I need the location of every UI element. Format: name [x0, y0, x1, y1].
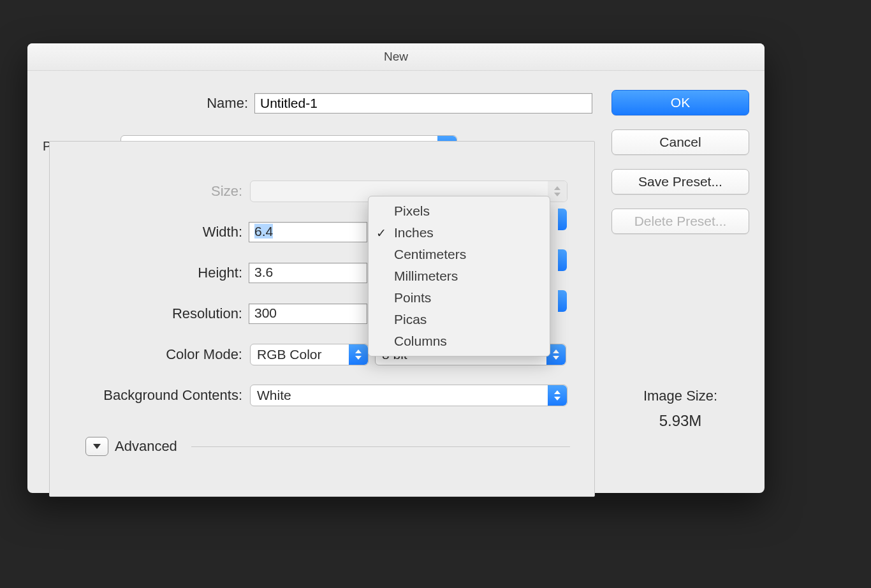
image-size-value: 5.93M	[611, 412, 749, 430]
stepper-icon	[548, 181, 567, 202]
check-icon: ✓	[376, 226, 386, 240]
delete-preset-button: Delete Preset...	[611, 209, 749, 234]
advanced-disclosure-button[interactable]	[85, 437, 108, 456]
menu-item-inches[interactable]: ✓ Inches	[369, 222, 550, 244]
width-units-stepper-icon[interactable]	[558, 209, 567, 230]
background-contents-label: Background Contents:	[50, 387, 249, 404]
color-mode-label: Color Mode:	[50, 346, 249, 363]
width-units-menu: Pixels ✓ Inches Centimeters Millimeters …	[368, 196, 550, 356]
save-preset-button[interactable]: Save Preset...	[611, 169, 749, 195]
menu-item-points[interactable]: Points	[369, 287, 550, 309]
resolution-input[interactable]: 300	[249, 304, 367, 324]
dialog-title: New	[27, 43, 765, 71]
advanced-divider	[191, 446, 570, 447]
height-units-stepper-icon[interactable]	[558, 249, 567, 271]
cancel-button[interactable]: Cancel	[611, 129, 749, 155]
resolution-label: Resolution:	[50, 305, 249, 322]
menu-item-columns[interactable]: Columns	[369, 330, 550, 352]
image-size-display: Image Size: 5.93M	[611, 388, 749, 430]
height-label: Height:	[50, 265, 249, 281]
height-input[interactable]: 3.6	[249, 263, 367, 283]
image-size-label: Image Size:	[611, 388, 749, 404]
menu-item-centimeters[interactable]: Centimeters	[369, 244, 550, 265]
ok-button[interactable]: OK	[611, 90, 749, 115]
new-document-dialog: New Name: Preset: Custom Size:	[27, 43, 765, 493]
menu-item-millimeters[interactable]: Millimeters	[369, 265, 550, 287]
button-column: OK Cancel Save Preset... Delete Preset..…	[611, 90, 749, 234]
background-contents-select[interactable]: White	[250, 385, 567, 406]
size-label: Size:	[50, 183, 249, 200]
advanced-label: Advanced	[115, 438, 177, 455]
menu-item-pixels[interactable]: Pixels	[369, 200, 550, 222]
dialog-body: Name: Preset: Custom Size:	[27, 71, 765, 494]
color-mode-value: RGB Color	[257, 347, 322, 362]
name-label: Name:	[43, 95, 254, 112]
name-input[interactable]	[254, 93, 592, 114]
width-input[interactable]: 6.4	[249, 222, 367, 242]
resolution-units-stepper-icon[interactable]	[558, 290, 567, 312]
width-label: Width:	[50, 224, 249, 240]
background-contents-value: White	[257, 388, 291, 403]
color-mode-select[interactable]: RGB Color	[250, 344, 369, 365]
menu-item-picas[interactable]: Picas	[369, 309, 550, 330]
stepper-icon	[548, 385, 567, 406]
stepper-icon	[349, 344, 368, 365]
